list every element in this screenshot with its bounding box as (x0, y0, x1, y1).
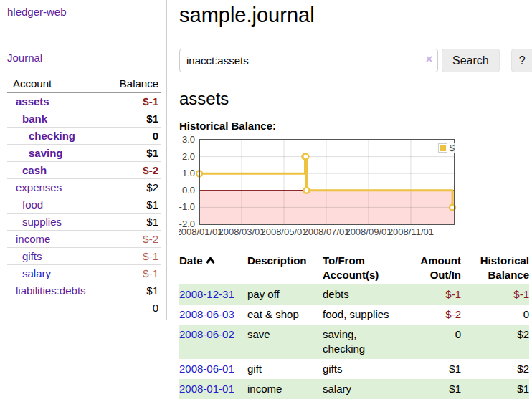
svg-text:2008/11/01: 2008/11/01 (388, 226, 434, 237)
svg-text:2008/01/01: 2008/01/01 (179, 226, 223, 237)
account-row: supplies$1 (7, 214, 161, 231)
transaction-accounts: gifts (323, 359, 397, 379)
transaction-date-link[interactable]: 2008-12-31 (179, 288, 234, 300)
transaction-balance: $2 (461, 325, 529, 359)
search-form: × Search ? (179, 49, 532, 72)
account-row: liabilities:debts$1 (7, 282, 161, 299)
clear-search-icon[interactable]: × (426, 53, 432, 66)
accounts-total-row: 0 (7, 299, 161, 317)
account-link-salary[interactable]: salary (22, 267, 51, 279)
transaction-date-link[interactable]: 2008-01-01 (179, 383, 234, 395)
account-balance: $1 (103, 196, 161, 214)
account-link-expenses[interactable]: expenses (16, 181, 62, 193)
account-link-checking[interactable]: checking (29, 130, 75, 142)
svg-text:2008/03/01: 2008/03/01 (218, 226, 265, 237)
register-header-description: Description (247, 251, 323, 284)
hledger-web-page: hledger-web Journal Account Balance asse… (0, 0, 532, 417)
register-header-balance: Historical Balance (461, 251, 529, 284)
svg-text:3.0: 3.0 (182, 135, 195, 145)
accounts-header-account: Account (7, 75, 103, 93)
account-link-gifts[interactable]: gifts (22, 250, 42, 262)
accounts-total: 0 (103, 299, 161, 317)
transaction-balance: $-1 (461, 284, 529, 305)
account-balance: $1 (103, 214, 161, 231)
sidebar-item-journal[interactable]: Journal (7, 52, 42, 64)
register-header-amount: Amount Out/In (397, 251, 461, 284)
account-heading: assets (179, 89, 532, 109)
svg-text:0.0: 0.0 (182, 185, 195, 196)
account-balance: $2 (103, 179, 161, 196)
register-row: 2008-12-31 pay off debts $-1 $-1 (179, 284, 529, 305)
transaction-amount: $1 (397, 359, 461, 379)
transaction-accounts: debts (323, 284, 397, 305)
transaction-description: income (247, 379, 323, 399)
register-row: 2008-06-02 save saving, checking 0 $2 (179, 325, 529, 359)
account-row: assets$-1 (7, 93, 161, 110)
accounts-header-balance: Balance (103, 75, 161, 93)
legend-label: $ (450, 143, 455, 153)
transaction-accounts: saving, checking (323, 325, 397, 359)
transaction-description: pay off (247, 284, 323, 305)
svg-text:2.0: 2.0 (182, 151, 195, 162)
account-balance: $-1 (103, 248, 161, 265)
transaction-amount: $1 (397, 379, 461, 399)
register-header-date[interactable]: Date (179, 251, 247, 284)
account-row: cash$-2 (7, 162, 161, 179)
transaction-balance: $1 (461, 379, 529, 399)
transaction-description: gift (247, 359, 323, 379)
register-row: 2008-01-01 income salary $1 $1 (179, 379, 529, 399)
svg-text:1.0: 1.0 (182, 168, 195, 178)
accounts-table: Account Balance assets$-1 bank$1 checkin… (7, 75, 161, 316)
account-link-assets[interactable]: assets (16, 95, 49, 107)
transaction-balance: 0 (461, 305, 529, 325)
historical-balance-chart[interactable]: 3.02.01.00.0-1.0-2.02008/01/012008/03/01… (179, 135, 466, 243)
svg-text:2008/09/01: 2008/09/01 (345, 226, 391, 237)
svg-text:2008/05/01: 2008/05/01 (260, 226, 307, 237)
account-balance: $1 (103, 145, 161, 162)
account-row: bank$1 (7, 110, 161, 128)
help-button[interactable]: ? (511, 49, 532, 72)
search-button[interactable]: Search (442, 49, 500, 72)
account-link-cash[interactable]: cash (22, 164, 47, 176)
account-link-bank[interactable]: bank (22, 112, 47, 125)
search-input[interactable] (179, 49, 438, 72)
transaction-date-link[interactable]: 2008-06-03 (179, 308, 234, 320)
account-row: food$1 (7, 196, 161, 214)
transaction-accounts: food, supplies (323, 305, 397, 325)
transaction-date-link[interactable]: 2008-06-02 (179, 328, 234, 340)
chart-canvas: 3.02.01.00.0-1.0-2.02008/01/012008/03/01… (179, 135, 466, 243)
transaction-date-link[interactable]: 2008-06-01 (179, 363, 234, 375)
account-link-food[interactable]: food (22, 198, 43, 211)
transaction-description: save (247, 325, 323, 359)
sidebar: hledger-web Journal Account Balance asse… (0, 0, 167, 320)
account-balance: 0 (103, 128, 161, 145)
account-link-supplies[interactable]: supplies (22, 216, 62, 228)
transaction-amount: $-2 (397, 305, 461, 325)
chart-label: Historical Balance: (179, 120, 532, 132)
account-row: income$-2 (7, 231, 161, 248)
transaction-accounts: salary (323, 379, 397, 399)
register-header-accounts: To/From Account(s) (323, 251, 397, 284)
register-table: Date Description To/From Account(s) Amou… (179, 251, 529, 399)
account-balance: $1 (103, 110, 161, 128)
register-row: 2008-06-03 eat & shop food, supplies $-2… (179, 305, 529, 325)
legend-swatch-icon (438, 143, 447, 153)
account-link-liabilities-debts[interactable]: liabilities:debts (16, 284, 86, 297)
svg-text:-1.0: -1.0 (179, 201, 195, 212)
account-balance: $-1 (103, 93, 161, 110)
transaction-amount: 0 (397, 325, 461, 359)
app-title-link[interactable]: hledger-web (7, 6, 67, 18)
page-title: sample.journal (179, 4, 532, 27)
account-row: gifts$-1 (7, 248, 161, 265)
account-balance: $1 (103, 282, 161, 299)
transaction-amount: $-1 (397, 284, 461, 305)
main-content: sample.journal × Search ? assets Histori… (167, 0, 532, 417)
account-row: expenses$2 (7, 179, 161, 196)
account-link-saving[interactable]: saving (29, 147, 63, 159)
register-row: 2008-06-01 gift gifts $1 $2 (179, 359, 529, 379)
account-balance: $-1 (103, 265, 161, 282)
account-link-income[interactable]: income (16, 233, 50, 245)
account-row: salary$-1 (7, 265, 161, 282)
account-balance: $-2 (103, 231, 161, 248)
account-balance: $-2 (103, 162, 161, 179)
